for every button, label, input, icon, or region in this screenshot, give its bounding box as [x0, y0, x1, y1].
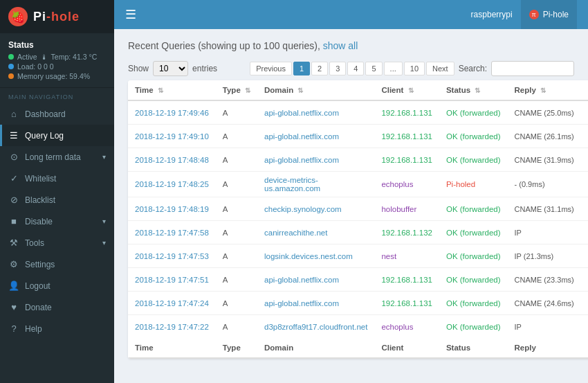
active-dot	[8, 54, 14, 60]
cell-time: 2018-12-19 17:47:51	[128, 268, 216, 292]
entries-label: entries	[192, 64, 217, 73]
cell-type: A	[216, 148, 257, 172]
cell-domain: checkip.synology.com	[257, 197, 374, 221]
chart-icon: ⊙	[8, 152, 19, 162]
check-icon: ✓	[8, 173, 19, 184]
domain-link[interactable]: api-global.netflix.com	[264, 109, 339, 117]
cell-time: 2018-12-19 17:47:22	[128, 315, 216, 339]
th-type[interactable]: Type ⇅	[216, 80, 257, 100]
cell-domain: api-global.netflix.com	[257, 148, 374, 172]
page-2-button[interactable]: 2	[311, 62, 328, 75]
show-label: Show	[128, 64, 149, 73]
sidebar-item-whitelist[interactable]: ✓ Whitelist	[0, 168, 114, 189]
cell-client: holobuffer	[374, 197, 439, 221]
cell-type: A	[216, 221, 257, 244]
page-4-button[interactable]: 4	[347, 62, 364, 75]
tfoot-reply: Reply	[508, 338, 581, 358]
cell-time: 2018-12-19 17:48:48	[128, 148, 216, 172]
domain-link[interactable]: device-metrics-us.amazon.com	[264, 176, 320, 193]
domain-link[interactable]: checkip.synology.com	[264, 205, 342, 213]
domain-link[interactable]: api-global.netflix.com	[264, 299, 339, 308]
sidebar-item-help[interactable]: ? Help	[0, 318, 114, 339]
cell-status: OK (forwarded)	[439, 268, 508, 292]
heart-icon: ♥	[8, 302, 19, 312]
sidebar-item-label: Settings	[25, 260, 55, 269]
cell-reply: IP	[508, 221, 581, 244]
cell-domain: api-global.netflix.com	[257, 268, 374, 292]
page-3-button[interactable]: 3	[329, 62, 346, 75]
table-row: 2018-12-19 17:48:19 A checkip.synology.c…	[128, 197, 588, 221]
topbar-right: raspberrypi π Pi-hole	[471, 0, 577, 29]
table-row: 2018-12-19 17:47:53 A logsink.devices.ne…	[128, 244, 588, 268]
cell-reply: CNAME (26.1ms)	[508, 125, 581, 148]
cell-status: OK (forwarded)	[439, 244, 508, 268]
cell-reply: CNAME (31.1ms)	[508, 197, 581, 221]
cell-type: A	[216, 292, 257, 315]
sidebar-item-query-log[interactable]: ☰ Query Log	[0, 125, 114, 146]
sidebar-item-disable[interactable]: ■ Disable ▾	[0, 211, 114, 232]
status-active-line: Active 🌡 Temp: 41.3 °C	[8, 53, 106, 61]
table-row: 2018-12-19 17:49:10 A api-global.netflix…	[128, 125, 588, 148]
cell-reply: IP	[508, 315, 581, 339]
gear-icon: ⚙	[8, 259, 19, 269]
cell-action: ⊘ Blacklist	[581, 221, 588, 244]
ban-icon: ⊘	[8, 195, 19, 205]
th-reply[interactable]: Reply ⇅	[508, 80, 581, 100]
cell-reply: IP (21.3ms)	[508, 244, 581, 268]
search-input[interactable]	[491, 61, 574, 76]
prev-page-button[interactable]: Previous	[250, 62, 292, 75]
load-dot	[8, 64, 14, 69]
cell-client: 192.168.1.131	[374, 125, 439, 148]
cell-action: ⊘ Blacklist	[581, 268, 588, 292]
table-row: 2018-12-19 17:48:48 A api-global.netflix…	[128, 148, 588, 172]
cell-action: ⊘ Blacklist	[581, 148, 588, 172]
sidebar-item-label: Blacklist	[25, 195, 55, 205]
domain-link[interactable]: api-global.netflix.com	[264, 156, 339, 164]
table-row: 2018-12-19 17:47:24 A api-global.netflix…	[128, 292, 588, 315]
th-client[interactable]: Client ⇅	[374, 80, 439, 100]
sidebar-item-settings[interactable]: ⚙ Settings	[0, 253, 114, 275]
cell-action: ⊘ Blacklist	[581, 244, 588, 268]
show-entries-control: Show 10 25 50 100 entries	[128, 61, 217, 76]
th-action[interactable]: Action ⇅	[581, 80, 588, 100]
domain-link[interactable]: logsink.devices.nest.com	[264, 252, 353, 260]
sidebar-item-label: Tools	[25, 238, 44, 248]
domain-link[interactable]: api-global.netflix.com	[264, 132, 339, 141]
cell-time: 2018-12-19 17:48:25	[128, 172, 216, 197]
cell-status: OK (forwarded)	[439, 100, 508, 125]
domain-link[interactable]: canirreachithe.net	[264, 229, 327, 237]
status-memory-line: Memory usage: 59.4%	[8, 72, 106, 80]
cell-client: 192.168.1.131	[374, 148, 439, 172]
sidebar-item-long-term[interactable]: ⊙ Long term data ▾	[0, 146, 114, 168]
domain-link[interactable]: api-global.netflix.com	[264, 276, 339, 284]
sidebar-item-logout[interactable]: 👤 Logout	[0, 275, 114, 296]
th-domain[interactable]: Domain ⇅	[257, 80, 374, 100]
domain-link[interactable]: d3p8zroffa9t17.cloudfront.net	[264, 323, 367, 331]
sidebar-item-label: Query Log	[25, 131, 64, 141]
sidebar-item-label: Whitelist	[25, 174, 56, 184]
status-title: Status	[8, 40, 106, 50]
sidebar-item-donate[interactable]: ♥ Donate	[0, 296, 114, 318]
cell-client: 192.168.1.131	[374, 292, 439, 315]
entries-select[interactable]: 10 25 50 100	[153, 61, 188, 76]
sidebar-item-dashboard[interactable]: ⌂ Dashboard	[0, 103, 114, 125]
help-icon: ?	[8, 323, 19, 334]
page-5-button[interactable]: 5	[365, 62, 382, 75]
tfoot-domain: Domain	[257, 338, 374, 358]
next-page-button[interactable]: Next	[426, 62, 454, 75]
page-10-button[interactable]: 10	[404, 62, 425, 75]
sidebar-item-blacklist[interactable]: ⊘ Blacklist	[0, 189, 114, 211]
status-temp: Temp: 41.3 °C	[51, 53, 98, 61]
show-all-link[interactable]: show all	[323, 40, 358, 51]
table-header-row: Time ⇅ Type ⇅ Domain ⇅ Client ⇅ Status ⇅…	[128, 80, 588, 100]
topbar: ☰ raspberrypi π Pi-hole	[114, 0, 588, 29]
th-time[interactable]: Time ⇅	[128, 80, 216, 100]
page-1-button[interactable]: 1	[293, 62, 310, 75]
hamburger-menu[interactable]: ☰	[125, 7, 136, 22]
sidebar-item-tools[interactable]: ⚒ Tools ▾	[0, 232, 114, 253]
cell-client: echoplus	[374, 172, 439, 197]
cell-action: ⊘ Blacklist	[581, 125, 588, 148]
tfoot-time: Time	[128, 338, 216, 358]
top-right-controls: Previous 1 2 3 4 5 ... 10 Next Search:	[250, 61, 574, 76]
th-status[interactable]: Status ⇅	[439, 80, 508, 100]
